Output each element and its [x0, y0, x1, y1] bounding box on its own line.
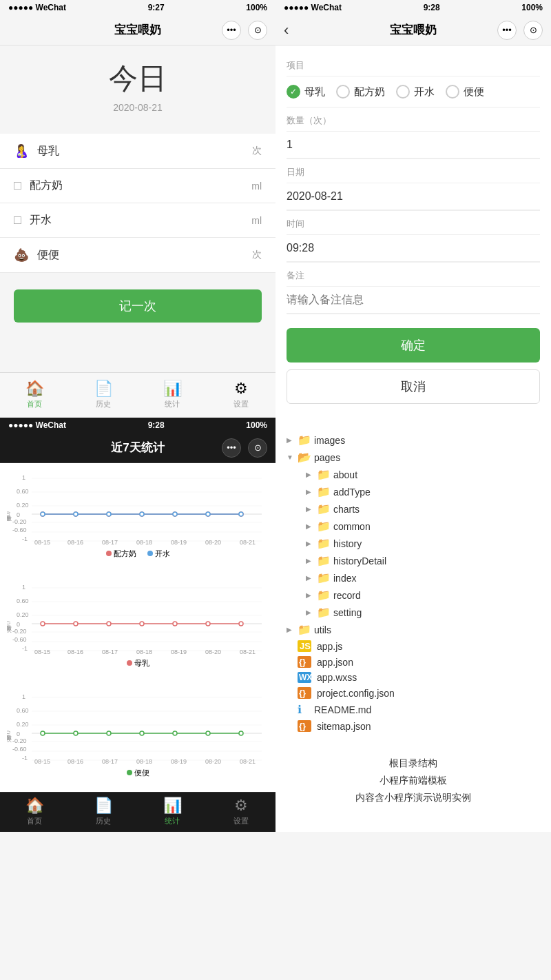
- breast-unit: 次: [252, 145, 262, 157]
- nav-history[interactable]: 📄 历史: [69, 377, 138, 412]
- svg-text:08-16: 08-16: [67, 539, 83, 546]
- record-item-formula[interactable]: □ 配方奶 ml: [0, 169, 276, 203]
- charts-history-icon: 📄: [94, 797, 113, 815]
- folder-historydetail-label: historyDetail: [333, 555, 386, 566]
- folder-pages[interactable]: ▼ 📂 pages: [287, 449, 540, 466]
- radio-breast-label: 母乳: [304, 85, 325, 99]
- svg-text:08-20: 08-20: [205, 758, 221, 765]
- right-time: 9:28: [424, 3, 440, 12]
- svg-text:数量(次): 数量(次): [7, 731, 12, 743]
- back-button[interactable]: ‹: [284, 21, 289, 39]
- confirm-button[interactable]: 确定: [287, 328, 540, 363]
- file-appwxss-icon: WX: [298, 672, 311, 683]
- folder-about[interactable]: ▶ 📁 about: [306, 466, 540, 483]
- left-time: 9:27: [148, 3, 165, 12]
- folder-utils[interactable]: ▶ 📁 utils: [287, 621, 540, 638]
- file-projectconfig[interactable]: {} project.config.json: [287, 685, 540, 701]
- settings-icon: ⚙: [234, 380, 248, 398]
- charts-settings-label: 设置: [233, 816, 249, 826]
- folder-setting[interactable]: ▶ 📁 setting: [306, 604, 540, 621]
- folder-about-icon: 📁: [317, 468, 331, 481]
- file-appwxss[interactable]: WX app.wxss: [287, 670, 540, 685]
- folder-charts[interactable]: ▶ 📁 charts: [306, 500, 540, 518]
- svg-text:08-17: 08-17: [102, 649, 118, 655]
- more-button[interactable]: •••: [222, 21, 241, 40]
- charts-nav-home[interactable]: 🏠 首页: [0, 797, 69, 826]
- charts-nav-history[interactable]: 📄 历史: [69, 797, 138, 826]
- date-input[interactable]: [287, 183, 540, 210]
- svg-text:08-18: 08-18: [136, 649, 152, 655]
- settings-label: 设置: [233, 399, 249, 409]
- charts-nav-charts[interactable]: 📊 统计: [138, 797, 207, 826]
- svg-text:08-15: 08-15: [34, 649, 50, 655]
- note-input[interactable]: [287, 287, 540, 314]
- folder-record[interactable]: ▶ 📁 record: [306, 586, 540, 604]
- folder-historydetail[interactable]: ▶ 📁 historyDetail: [306, 552, 540, 569]
- file-sitemap-icon: {}: [298, 720, 311, 732]
- svg-point-34: [206, 512, 210, 516]
- radio-poop-label: 便便: [464, 85, 484, 99]
- radio-poop-circle: [446, 85, 459, 99]
- left-content: 今日 2020-08-21 🤱 母乳 次 □ 配方奶 ml: [0, 45, 276, 372]
- project-label: 项目: [287, 59, 540, 72]
- right-more-button[interactable]: •••: [497, 21, 517, 40]
- file-tree-panel: ▶ 📁 images ▼ 📂 pages ▶ 📁 about ▶ 📁: [276, 418, 551, 832]
- quantity-input[interactable]: [287, 132, 540, 159]
- charts-nav-settings[interactable]: ⚙ 设置: [207, 797, 276, 826]
- cancel-button[interactable]: 取消: [287, 369, 540, 404]
- folder-images-label: images: [314, 435, 345, 446]
- charts-bottom-nav: 🏠 首页 📄 历史 📊 统计 ⚙ 设置: [0, 792, 276, 832]
- svg-text:0.20: 0.20: [17, 611, 29, 618]
- radio-formula[interactable]: 配方奶: [336, 85, 385, 99]
- right-camera-button[interactable]: ⊙: [523, 21, 543, 40]
- file-appjs[interactable]: JS app.js: [287, 638, 540, 654]
- folder-historydetail-icon: 📁: [317, 554, 331, 567]
- folder-common-label: common: [333, 521, 371, 532]
- charts-more-button[interactable]: •••: [222, 438, 241, 458]
- camera-button[interactable]: ⊙: [248, 21, 267, 40]
- nav-charts[interactable]: 📊 统计: [138, 377, 207, 412]
- file-readme[interactable]: ℹ README.md: [287, 701, 540, 718]
- svg-text:08-18: 08-18: [136, 758, 152, 765]
- record-item-breast[interactable]: 🤱 母乳 次: [0, 134, 276, 169]
- svg-point-58: [41, 622, 45, 626]
- chart2-legend: 母乳: [7, 658, 269, 668]
- left-nav-bar: 宝宝喂奶 ••• ⊙: [0, 15, 276, 45]
- legend-breast: 母乳: [134, 659, 149, 667]
- folder-index[interactable]: ▶ 📁 index: [306, 569, 540, 586]
- svg-text:08-19: 08-19: [171, 758, 187, 765]
- radio-breast[interactable]: 母乳: [287, 85, 325, 99]
- svg-point-33: [173, 512, 177, 516]
- record-item-poop[interactable]: 💩 便便 次: [0, 238, 276, 273]
- nav-home[interactable]: 🏠 首页: [0, 377, 69, 412]
- arrow-common: ▶: [306, 522, 314, 530]
- folder-index-label: index: [333, 573, 356, 584]
- nav-settings[interactable]: ⚙ 设置: [207, 377, 276, 412]
- home-label: 首页: [27, 399, 42, 409]
- file-sitemap[interactable]: {} sitemap.json: [287, 718, 540, 734]
- folder-history[interactable]: ▶ 📁 history: [306, 535, 540, 552]
- folder-images[interactable]: ▶ 📁 images: [287, 431, 540, 449]
- charts-nav-bar: 近7天统计 ••• ⊙: [0, 433, 276, 463]
- breast-icon: 🤱: [14, 143, 29, 159]
- folder-common-icon: 📁: [317, 520, 331, 533]
- svg-point-30: [74, 512, 78, 516]
- svg-point-90: [140, 731, 144, 735]
- folder-addtype[interactable]: ▶ 📁 addType: [306, 483, 540, 500]
- record-item-water[interactable]: □ 开水 ml: [0, 203, 276, 238]
- record-button[interactable]: 记一次: [14, 289, 262, 323]
- svg-point-91: [173, 731, 177, 735]
- time-input[interactable]: [287, 235, 540, 262]
- arrow-images: ▶: [287, 436, 295, 444]
- tree-footer: 根目录结构 小程序前端模板 内容含小程序演示说明实例: [287, 755, 540, 807]
- file-appjson[interactable]: {} app.json: [287, 654, 540, 670]
- svg-text:08-21: 08-21: [240, 758, 256, 765]
- left-battery: 100%: [246, 3, 267, 12]
- charts-camera-button[interactable]: ⊙: [248, 438, 267, 458]
- charts-time: 9:28: [148, 420, 165, 430]
- svg-point-88: [74, 731, 78, 735]
- water-label: 开水: [30, 213, 52, 227]
- folder-common[interactable]: ▶ 📁 common: [306, 518, 540, 535]
- radio-water[interactable]: 开水: [396, 85, 435, 99]
- radio-poop[interactable]: 便便: [446, 85, 484, 99]
